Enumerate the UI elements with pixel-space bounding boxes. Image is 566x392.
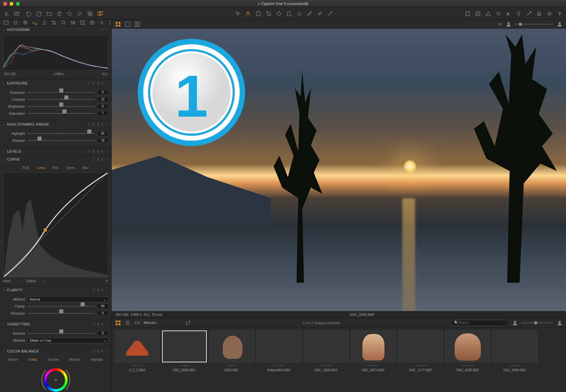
vignetting-header[interactable]: ⌄ VIGNETTING ?⇅≡⋯ (0, 320, 111, 328)
user2-icon[interactable] (556, 21, 563, 27)
hdr-header[interactable]: ⌄ HIGH DYNAMIC RANGE ?A⇅≡⋯ (0, 120, 111, 128)
histogram-graph[interactable] (3, 35, 108, 70)
menu-icon[interactable]: ⋯ (105, 28, 109, 32)
rating-dots[interactable] (162, 363, 207, 368)
reset-icon[interactable]: ≡ (101, 122, 103, 127)
auto-icon[interactable]: A (92, 81, 94, 85)
warning-icon[interactable] (485, 11, 491, 17)
crop-icon[interactable] (265, 11, 272, 17)
capture-tab-icon[interactable] (13, 20, 19, 25)
process-icon[interactable] (526, 11, 532, 17)
help-icon[interactable]: ? (88, 149, 90, 154)
rating-dots[interactable] (304, 363, 348, 368)
color-balance-tab[interactable]: Shadow (45, 357, 62, 362)
pin-icon[interactable] (516, 11, 522, 17)
clarity-slider[interactable] (27, 311, 95, 316)
auto-icon[interactable]: A (92, 122, 94, 127)
exposure-tab-icon[interactable] (32, 20, 38, 25)
help-icon[interactable]: ? (88, 122, 90, 127)
vignetting-value[interactable]: 0 (97, 331, 108, 336)
copy-icon[interactable]: ⇅ (97, 322, 100, 326)
sort-direction-icon[interactable] (185, 320, 191, 326)
exposure-warning-icon[interactable] (465, 11, 471, 17)
details-tab-icon[interactable] (61, 20, 66, 25)
clarity-value[interactable]: 0 (97, 311, 108, 316)
help-icon[interactable]: ? (101, 28, 103, 32)
batch-tab-icon[interactable] (99, 20, 105, 25)
auto-icon[interactable]: A (92, 149, 94, 154)
help-icon[interactable]: ? (93, 349, 94, 353)
adjustments-tab-icon[interactable] (70, 20, 76, 25)
trash-icon[interactable] (56, 11, 63, 17)
capture-icon[interactable] (13, 11, 20, 17)
window-minimize-button[interactable] (10, 2, 13, 6)
help-icon[interactable]: ? (556, 11, 563, 17)
window-maximize-button[interactable] (16, 2, 20, 6)
exposure-slider[interactable] (27, 90, 95, 95)
rating-dots[interactable] (493, 363, 537, 368)
grid-view-icon[interactable] (115, 21, 121, 27)
histogram-header[interactable]: ⌄ HISTOGRAM ?⋯ (0, 26, 111, 33)
exposure-value[interactable]: 0 (97, 90, 108, 95)
color-tab-icon[interactable] (22, 20, 28, 25)
thumbnail[interactable]: DSC_5505.NEF (162, 330, 207, 389)
multi-view-icon[interactable] (134, 21, 140, 27)
folder-icon[interactable] (46, 11, 52, 17)
user-icon[interactable] (505, 21, 512, 27)
thumbnail[interactable]: 3_C_2.NEF (115, 330, 160, 389)
hdr-slider[interactable] (27, 138, 95, 143)
image-viewer[interactable]: 1 (112, 29, 566, 311)
vignetting-method-select[interactable]: Elliptic on Crop⌄ (27, 338, 108, 343)
menu-icon[interactable]: ⋯ (105, 122, 109, 127)
curve-tab[interactable]: Green (63, 165, 78, 171)
filmstrip-view-icon[interactable] (134, 320, 140, 326)
eyedropper-icon[interactable] (317, 11, 323, 17)
library-tab-icon[interactable] (3, 20, 9, 25)
reset-icon[interactable]: ≡ (101, 81, 103, 85)
menu-icon[interactable]: ⋯ (105, 81, 109, 85)
levels-header[interactable]: › LEVELS ?A⇅≡⋯ (0, 148, 111, 155)
output-tab-icon[interactable] (89, 20, 95, 25)
zoom-slider[interactable] (515, 24, 553, 25)
undo-icon[interactable] (26, 11, 32, 17)
print-tool-icon[interactable] (255, 11, 262, 17)
window-close-button[interactable] (3, 2, 7, 6)
reset-icon[interactable]: ≡ (101, 322, 103, 326)
hdr-value[interactable]: 92 (97, 131, 108, 136)
keystone-icon[interactable] (286, 11, 292, 17)
sort-select[interactable]: Manual⌄ (144, 321, 182, 325)
exposure-slider[interactable] (27, 111, 95, 116)
rating-dots[interactable] (257, 363, 301, 368)
crop-tab-icon[interactable] (51, 20, 57, 25)
curve-editor[interactable] (3, 172, 108, 277)
curve-tab[interactable]: Red (49, 165, 62, 171)
curve-tab[interactable]: Blue (79, 165, 92, 171)
copy-icon[interactable]: ⇅ (97, 288, 100, 292)
reset-icon[interactable] (66, 11, 73, 17)
cursor-icon[interactable] (235, 11, 241, 17)
hand-icon[interactable] (245, 11, 251, 17)
thumbnail[interactable]: DSC_0073.NEF (351, 330, 396, 389)
search-box[interactable]: 🔍 ⋯ (451, 320, 509, 326)
user-filter-icon[interactable] (512, 320, 518, 326)
reset-icon[interactable]: ≡ (101, 349, 103, 353)
hdr-value[interactable]: 18 (97, 138, 108, 143)
reset-all-icon[interactable] (77, 11, 83, 17)
grid-icon[interactable] (495, 11, 502, 17)
copy-icon[interactable]: ⇅ (97, 122, 100, 127)
import-icon[interactable] (3, 11, 10, 17)
thumbnail[interactable]: DSC_9594.NEF (493, 330, 537, 389)
curve-tab[interactable]: Luma (34, 165, 48, 171)
single-view-icon[interactable] (124, 21, 131, 27)
thumbnail-strip[interactable]: 3_C_2.NEFDSC_5505.NEF0202.NEFHolland033.… (112, 327, 566, 392)
clarity-method-select[interactable]: Natural⌄ (27, 296, 108, 302)
exposure-value[interactable]: 12 (97, 97, 108, 102)
metadata-tab-icon[interactable] (80, 20, 86, 25)
clarity-value[interactable]: 64 (97, 304, 108, 309)
rotate-icon[interactable] (276, 11, 282, 17)
focus-mask-icon[interactable] (475, 11, 481, 17)
copy-icon[interactable]: ⇅ (97, 157, 100, 162)
exposure-slider[interactable] (27, 97, 95, 102)
lens-tab-icon[interactable] (41, 20, 47, 25)
reset-icon[interactable]: ≡ (101, 288, 103, 292)
